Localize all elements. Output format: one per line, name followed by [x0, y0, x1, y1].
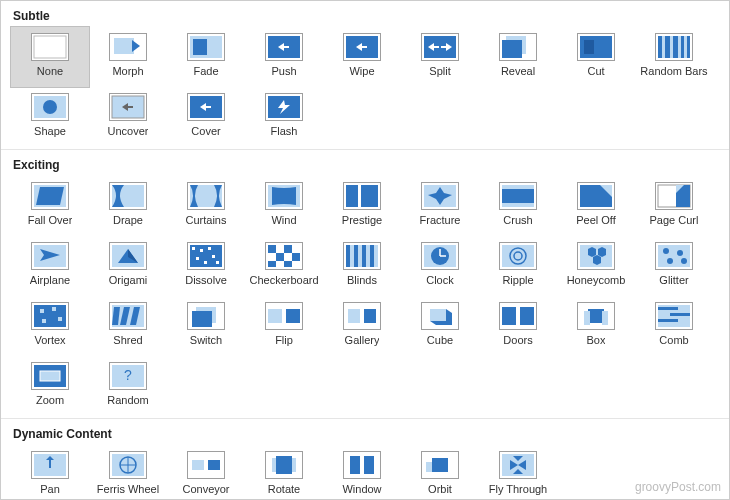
fly-through-icon [499, 451, 537, 479]
transition-label: Drape [113, 214, 143, 226]
svg-rect-59 [200, 249, 203, 252]
svg-rect-112 [516, 307, 520, 325]
transition-fracture[interactable]: Fracture [401, 176, 479, 236]
transition-label: Glitter [659, 274, 688, 286]
svg-rect-93 [34, 305, 66, 327]
svg-rect-23 [678, 36, 681, 58]
zoom-icon [31, 362, 69, 390]
transition-window[interactable]: Window [323, 445, 401, 500]
clock-icon [421, 242, 459, 270]
transition-fly-through[interactable]: Fly Through [479, 445, 557, 500]
svg-marker-87 [593, 255, 601, 265]
transition-flash[interactable]: Flash [245, 87, 323, 147]
crush-icon [499, 182, 537, 210]
svg-rect-138 [432, 458, 448, 472]
wipe-icon [343, 33, 381, 61]
transition-crush[interactable]: Crush [479, 176, 557, 236]
transition-random[interactable]: ?Random [89, 356, 167, 416]
transition-split[interactable]: Split [401, 27, 479, 87]
transition-curtains[interactable]: Curtains [167, 176, 245, 236]
morph-icon [109, 33, 147, 61]
transition-reveal[interactable]: Reveal [479, 27, 557, 87]
svg-rect-76 [370, 245, 374, 267]
svg-rect-60 [208, 247, 211, 250]
transition-switch[interactable]: Switch [167, 296, 245, 356]
transition-ferris-wheel[interactable]: Ferris Wheel [89, 445, 167, 500]
transition-ripple[interactable]: Ripple [479, 236, 557, 296]
transition-flip[interactable]: Flip [245, 296, 323, 356]
transition-airplane[interactable]: Airplane [11, 236, 89, 296]
transition-blinds[interactable]: Blinds [323, 236, 401, 296]
window-icon [343, 451, 381, 479]
section-title: Dynamic Content [11, 425, 719, 445]
peel-off-icon [577, 182, 615, 210]
vortex-icon [31, 302, 69, 330]
svg-rect-126 [49, 460, 51, 468]
transition-pan[interactable]: Pan [11, 445, 89, 500]
blinds-icon [343, 242, 381, 270]
svg-rect-13 [433, 46, 439, 48]
transition-doors[interactable]: Doors [479, 296, 557, 356]
transition-cube[interactable]: Cube [401, 296, 479, 356]
transition-shape[interactable]: Shape [11, 87, 89, 147]
random-icon: ? [109, 362, 147, 390]
transition-label: Shred [113, 334, 142, 346]
transition-label: Page Curl [650, 214, 699, 226]
transition-label: Checkerboard [249, 274, 318, 286]
transition-wind[interactable]: Wind [245, 176, 323, 236]
section-subtle: SubtleNoneMorphFadePushWipeSplitRevealCu… [1, 1, 729, 149]
transition-label: Zoom [36, 394, 64, 406]
section-title: Exciting [11, 156, 719, 176]
transition-page-curl[interactable]: Page Curl [635, 176, 713, 236]
transition-push[interactable]: Push [245, 27, 323, 87]
comb-icon [655, 302, 693, 330]
transition-label: Conveyor [182, 483, 229, 495]
transition-random-bars[interactable]: Random Bars [635, 27, 713, 87]
transition-none[interactable]: None [11, 27, 89, 87]
transition-shred[interactable]: Shred [89, 296, 167, 356]
transition-comb[interactable]: Comb [635, 296, 713, 356]
transition-dissolve[interactable]: Dissolve [167, 236, 245, 296]
svg-rect-66 [268, 245, 276, 253]
transition-wipe[interactable]: Wipe [323, 27, 401, 87]
transition-orbit[interactable]: Orbit [401, 445, 479, 500]
transition-origami[interactable]: Origami [89, 236, 167, 296]
svg-rect-64 [216, 261, 219, 264]
svg-rect-111 [520, 307, 534, 325]
reveal-icon [499, 33, 537, 61]
transition-cut[interactable]: Cut [557, 27, 635, 87]
transition-gallery[interactable]: Gallery [323, 296, 401, 356]
transition-vortex[interactable]: Vortex [11, 296, 89, 356]
svg-rect-63 [204, 261, 207, 264]
transition-peel-off[interactable]: Peel Off [557, 176, 635, 236]
transition-clock[interactable]: Clock [401, 236, 479, 296]
fracture-icon [421, 182, 459, 210]
svg-rect-41 [358, 185, 361, 207]
transition-box[interactable]: Box [557, 296, 635, 356]
transition-prestige[interactable]: Prestige [323, 176, 401, 236]
transition-glitter[interactable]: Glitter [635, 236, 713, 296]
transition-conveyor[interactable]: Conveyor [167, 445, 245, 500]
transition-label: Switch [190, 334, 222, 346]
svg-rect-131 [192, 460, 204, 470]
shred-icon [109, 302, 147, 330]
transition-label: Fall Over [28, 214, 73, 226]
transition-checkerboard[interactable]: Checkerboard [245, 236, 323, 296]
flash-icon [265, 93, 303, 121]
transition-zoom[interactable]: Zoom [11, 356, 89, 416]
svg-marker-85 [588, 247, 596, 257]
transition-rotate[interactable]: Rotate [245, 445, 323, 500]
transition-cover[interactable]: Cover [167, 87, 245, 147]
transition-morph[interactable]: Morph [89, 27, 167, 87]
transition-fade[interactable]: Fade [167, 27, 245, 87]
svg-rect-97 [42, 319, 46, 323]
transition-honeycomb[interactable]: Honeycomb [557, 236, 635, 296]
transition-label: Ripple [502, 274, 533, 286]
transition-uncover[interactable]: Uncover [89, 87, 167, 147]
transition-label: Flip [275, 334, 293, 346]
transition-fall-over[interactable]: Fall Over [11, 176, 89, 236]
svg-rect-118 [670, 313, 690, 316]
svg-marker-2 [132, 40, 140, 52]
transition-label: Peel Off [576, 214, 616, 226]
transition-drape[interactable]: Drape [89, 176, 167, 236]
